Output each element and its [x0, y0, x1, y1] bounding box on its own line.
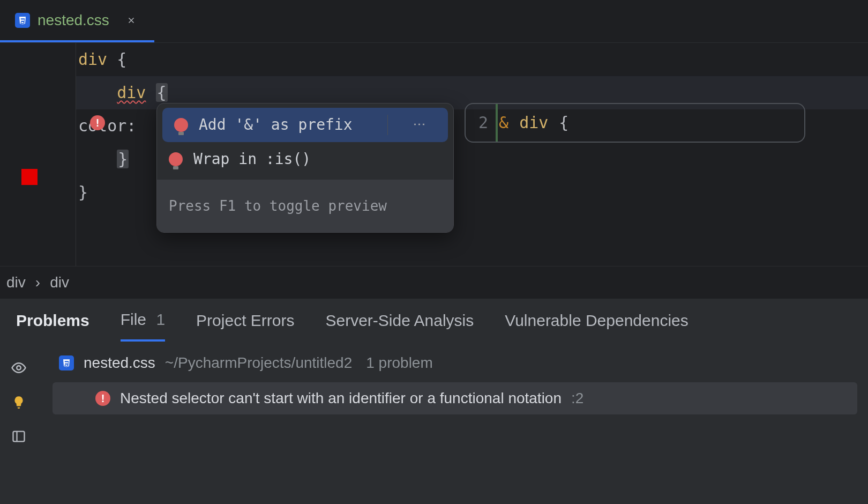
- problems-tool-window: Problems File 1 Project Errors Server-Si…: [0, 298, 868, 504]
- property-token: color:: [78, 116, 136, 135]
- problems-tabs: Problems File 1 Project Errors Server-Si…: [0, 299, 868, 342]
- selector-token: div: [78, 50, 107, 69]
- intention-label: Wrap in :is(): [193, 143, 442, 176]
- code-area[interactable]: div { div { color: } } ! Add '&' as pref…: [76, 43, 868, 266]
- problem-message: Nested selector can't start with an iden…: [120, 390, 562, 407]
- editor[interactable]: div { div { color: } } ! Add '&' as pref…: [0, 43, 868, 266]
- brace-token: }: [78, 150, 129, 168]
- editor-tab-bar: nested.css: [0, 0, 868, 43]
- problem-item[interactable]: ! Nested selector can't start with an id…: [53, 382, 857, 414]
- problem-file-row[interactable]: nested.css ~/PycharmProjects/untitled2 1…: [38, 349, 857, 377]
- close-tab-icon[interactable]: [123, 12, 139, 28]
- chevron-right-icon: ›: [35, 274, 40, 291]
- quickfix-preview: 2 & div {: [465, 103, 805, 143]
- preview-ampersand: &: [499, 106, 508, 139]
- tab-server-side[interactable]: Server-Side Analysis: [325, 312, 474, 340]
- problem-file-name: nested.css: [84, 354, 155, 372]
- intention-footer-hint: Press F1 to toggle preview: [157, 180, 453, 232]
- tab-project-errors[interactable]: Project Errors: [196, 312, 294, 340]
- problems-list: nested.css ~/PycharmProjects/untitled2 1…: [38, 349, 868, 504]
- intention-item[interactable]: Add '&' as prefix ⋮: [162, 108, 448, 142]
- error-bulb-icon[interactable]: !: [90, 115, 105, 130]
- svg-point-0: [17, 366, 21, 370]
- selector-token-error: div: [117, 83, 146, 102]
- css-file-icon: [15, 13, 30, 28]
- error-icon: !: [95, 391, 110, 406]
- divider: [387, 115, 388, 135]
- problem-location: :2: [571, 390, 583, 407]
- brace-token: {: [107, 50, 126, 69]
- svg-rect-1: [13, 432, 25, 442]
- problems-toolbar: [0, 349, 38, 504]
- brace-token: }: [78, 183, 88, 202]
- preview-line-number: 2: [478, 106, 488, 139]
- fix-bulb-icon: [174, 118, 188, 132]
- preview-selector: div: [519, 106, 548, 139]
- intention-label: Add '&' as prefix: [199, 108, 372, 142]
- tab-count: 1: [156, 310, 165, 328]
- problems-body: nested.css ~/PycharmProjects/untitled2 1…: [0, 342, 868, 504]
- editor-tab[interactable]: nested.css: [0, 0, 154, 42]
- tab-filename: nested.css: [38, 12, 109, 29]
- problem-file-path: ~/PycharmProjects/untitled2: [165, 354, 352, 372]
- problems-tab-title[interactable]: Problems: [16, 312, 89, 340]
- indent: [78, 83, 117, 102]
- fix-bulb-icon: [169, 152, 183, 166]
- intention-item[interactable]: Wrap in :is(): [157, 142, 453, 176]
- color-swatch-icon[interactable]: [21, 169, 38, 185]
- breadcrumb-segment[interactable]: div: [50, 274, 69, 291]
- eye-icon[interactable]: [10, 359, 28, 377]
- intention-popup: Add '&' as prefix ⋮ Wrap in :is() Press …: [156, 103, 454, 233]
- more-options-icon[interactable]: ⋮: [403, 118, 436, 132]
- code-line: div {: [76, 43, 868, 76]
- bulb-icon[interactable]: [10, 393, 28, 411]
- tab-file[interactable]: File 1: [121, 310, 165, 342]
- brace-token: {: [146, 83, 167, 102]
- preview-brace: {: [559, 106, 568, 139]
- tab-vulnerable-deps[interactable]: Vulnerable Dependencies: [505, 312, 688, 340]
- breadcrumb-segment[interactable]: div: [6, 274, 26, 291]
- tab-label: File: [121, 310, 146, 328]
- breadcrumb[interactable]: div › div: [0, 266, 868, 298]
- editor-gutter: [0, 43, 76, 266]
- css-file-icon: [59, 355, 74, 370]
- problem-file-count: 1 problem: [366, 354, 433, 372]
- layout-icon[interactable]: [10, 427, 28, 446]
